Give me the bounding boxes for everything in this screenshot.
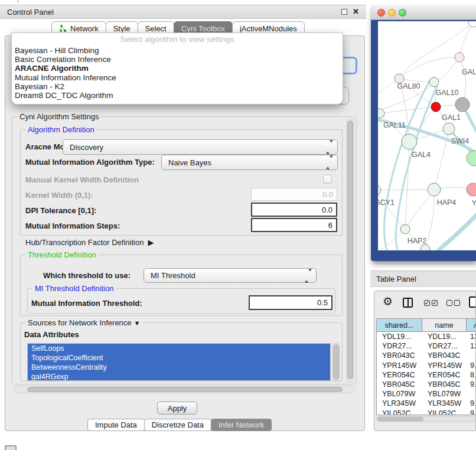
network-canvas[interactable]: GALGAL80GAL10GAL1GAL11SWI4GAL4GCY1HAP4YH…: [378, 21, 476, 250]
network-node[interactable]: [400, 224, 410, 234]
tab-impute-data-label: Impute Data: [95, 420, 137, 429]
node-label: SWI4: [451, 137, 470, 145]
network-node[interactable]: [428, 183, 441, 196]
mi-type-combo[interactable]: Naive Bayes: [161, 155, 338, 170]
docked-panel-icon[interactable]: [5, 445, 17, 450]
network-edge[interactable]: [405, 142, 409, 229]
attributes-list-scrollbar[interactable]: [332, 343, 340, 381]
table-panel-body: ⚙ ✓✓ shared...nameA YDL19...YDL19...13YD…: [374, 291, 476, 431]
network-node[interactable]: [468, 21, 476, 27]
apply-button[interactable]: Apply: [157, 402, 197, 415]
table-row[interactable]: YDL19...YDL19...13: [377, 332, 476, 341]
attribute-list-item[interactable]: gal4RGexp: [28, 372, 330, 381]
table-cell: 9.: [467, 380, 476, 389]
minimize-traffic-light-icon[interactable]: [388, 9, 396, 17]
zoom-traffic-light-icon[interactable]: [399, 9, 406, 17]
attribute-list-item[interactable]: SelfLoops: [28, 344, 330, 353]
dpi-tolerance-field[interactable]: 0.0: [251, 203, 337, 217]
hub-definition-expander[interactable]: Hub/Transcription Factor Definition ▶: [25, 238, 154, 247]
table-cell: YBR043C: [377, 351, 422, 360]
algorithm-definition-group: Algorithm Definition Aracne Mode: Discov…: [20, 129, 343, 236]
columns-icon[interactable]: [403, 298, 413, 308]
kernel-width-value: 0.0: [322, 190, 333, 199]
network-node[interactable]: [402, 134, 417, 149]
dpi-tolerance-label: DPI Tolerance [0,1]:: [25, 206, 96, 215]
checked-attributes-icon[interactable]: ✓✓: [424, 300, 438, 306]
algorithm-option[interactable]: Bayesian - K2: [12, 82, 343, 91]
network-edge[interactable]: [378, 190, 434, 190]
network-node[interactable]: [378, 185, 381, 195]
aracne-mode-combo[interactable]: Discovery: [63, 139, 338, 155]
mi-steps-field[interactable]: 6: [251, 218, 337, 232]
table-cell: 12: [467, 341, 476, 351]
data-attributes-list[interactable]: SelfLoopsTopologicalCoefficientBetweenne…: [27, 343, 331, 381]
network-node[interactable]: [420, 244, 430, 250]
algorithm-option[interactable]: Dream8 DC_TDC Algorithm: [12, 91, 343, 100]
tab-infer-network[interactable]: Infer Network: [211, 419, 272, 431]
sources-title-row[interactable]: Sources for Network Inference ▼: [25, 318, 142, 327]
table-cell: YER054C: [377, 370, 422, 380]
network-node[interactable]: [467, 183, 476, 196]
sources-group: Sources for Network Inference ▼ Data Att…: [20, 322, 343, 381]
table-row[interactable]: YLR345WYLR345W9.: [377, 399, 476, 408]
tab-impute-data[interactable]: Impute Data: [87, 419, 145, 431]
network-icon: [59, 24, 67, 32]
settings-horizontal-scrollbar[interactable]: [14, 386, 355, 393]
node-label: GAL11: [383, 121, 406, 129]
network-node[interactable]: [378, 109, 384, 118]
table-cell: YBR045C: [377, 380, 422, 389]
manual-kernel-checkbox[interactable]: [323, 175, 332, 184]
table-row[interactable]: YDR27...YDR27...12: [377, 341, 476, 351]
table-row[interactable]: YBR043CYBR043C: [377, 351, 476, 360]
column-header[interactable]: name: [422, 319, 467, 331]
network-node[interactable]: [431, 102, 441, 112]
mi-threshold-field[interactable]: 0.5: [249, 295, 332, 310]
close-icon[interactable]: ✕: [353, 9, 359, 15]
table-cell: YDR27...: [377, 341, 422, 351]
table-row[interactable]: YIL052CYIL052C9.: [377, 409, 476, 416]
table-horizontal-scrollbar[interactable]: [376, 416, 475, 422]
table-cell: YPR145W: [422, 361, 467, 370]
gear-icon[interactable]: ⚙: [383, 296, 393, 308]
table-cell: YBR045C: [422, 380, 467, 389]
table-row[interactable]: YBL079WYBL079W: [377, 389, 476, 399]
attribute-list-item[interactable]: BetweennessCentrality: [28, 363, 330, 372]
algorithm-option[interactable]: ARACNE Algorithm: [12, 64, 343, 73]
unchecked-attributes-icon[interactable]: [446, 300, 460, 306]
spinner-arrows-icon: [326, 158, 333, 167]
attribute-list-item[interactable]: TopologicalCoefficient: [28, 353, 330, 363]
control-panel-titlebar: Control Panel ✕: [0, 5, 366, 19]
node-label: HAP2: [407, 237, 427, 245]
table-rows: YDL19...YDL19...13YDR27...YDR27...12YBR0…: [377, 332, 476, 415]
column-header[interactable]: shared...: [377, 319, 422, 331]
network-edge[interactable]: [436, 209, 476, 250]
algorithm-option[interactable]: Bayesian - Hill Climbing: [12, 46, 343, 55]
page-icon[interactable]: [469, 296, 476, 308]
float-window-icon[interactable]: [341, 9, 347, 15]
network-node[interactable]: [455, 53, 464, 62]
table-cell: 9.: [467, 409, 476, 416]
table-row[interactable]: YER054CYER054C8.: [377, 370, 476, 380]
kernel-width-label: Kernel Width (0,1):: [25, 191, 93, 200]
tab-discretize-data[interactable]: Discretize Data: [144, 419, 211, 431]
network-node[interactable]: [467, 151, 476, 166]
network-node[interactable]: [443, 123, 455, 135]
network-node[interactable]: [429, 77, 439, 87]
cyni-bottom-tab-bar: Impute Data Discretize Data Infer Networ…: [88, 419, 272, 431]
control-panel-body: gal filtered.sif default node Select alg…: [5, 35, 365, 431]
network-node[interactable]: [455, 97, 470, 112]
close-traffic-light-icon[interactable]: [377, 9, 385, 17]
network-edge[interactable]: [405, 190, 434, 229]
settings-vertical-scrollbar[interactable]: [346, 119, 354, 382]
which-threshold-combo[interactable]: MI Threshold: [144, 268, 317, 283]
network-edge[interactable]: [378, 229, 405, 250]
column-header[interactable]: A: [467, 319, 476, 331]
screen: { "control_panel": { "title": "Control P…: [0, 0, 476, 450]
spinner-arrows-icon: [326, 143, 333, 152]
table-row[interactable]: YPR145WYPR145W9.: [377, 361, 476, 370]
table-row[interactable]: YBR045CYBR045C9.: [377, 380, 476, 389]
algorithm-option[interactable]: Mutual Information Inference: [12, 73, 343, 82]
algorithm-option[interactable]: Basic Correlation Inference: [12, 55, 343, 64]
kernel-width-field[interactable]: 0.0: [251, 188, 337, 201]
table-cell: 8.: [467, 370, 476, 380]
